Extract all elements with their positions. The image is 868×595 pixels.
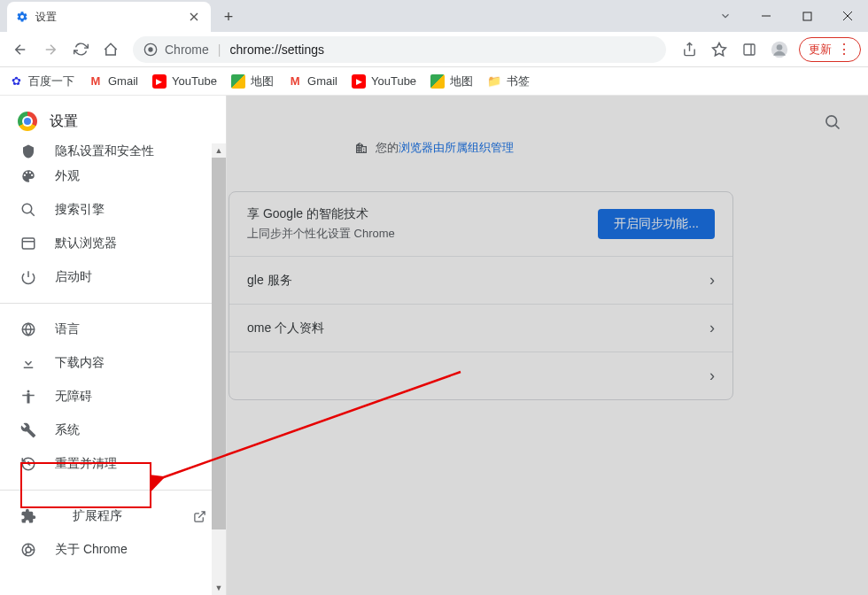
svg-point-2	[148, 47, 152, 51]
close-window-button[interactable]	[827, 3, 868, 29]
gmail-icon: M	[288, 74, 302, 89]
scrollbar-thumb[interactable]	[212, 158, 226, 529]
gear-icon	[16, 11, 28, 23]
bookmark-item[interactable]: ✿百度一下	[9, 73, 74, 89]
sidebar-item-system[interactable]: 系统	[0, 413, 226, 447]
scroll-up-arrow[interactable]: ▲	[212, 143, 226, 158]
update-button[interactable]: 更新 ⋮	[799, 37, 861, 62]
toolbar: Chrome | chrome://settings 更新 ⋮	[0, 32, 868, 67]
accessibility-icon	[19, 389, 37, 405]
sidebar-item-privacy[interactable]: 隐私设置和安全性	[0, 143, 226, 159]
search-settings-icon[interactable]	[824, 113, 841, 131]
bookmark-item[interactable]: MGmail	[288, 74, 337, 89]
forward-button[interactable]	[37, 36, 64, 63]
power-icon	[19, 269, 37, 285]
sidebar-item-about[interactable]: 关于 Chrome	[0, 533, 226, 567]
sidebar-item-default-browser[interactable]: 默认浏览器	[0, 227, 226, 260]
sidebar-item-reset[interactable]: 重置并清理	[0, 447, 226, 481]
svg-point-6	[777, 44, 783, 50]
sidebar-item-appearance[interactable]: 外观	[0, 159, 226, 193]
bookmarks-bar: ✿百度一下 MGmail ▶YouTube 地图 MGmail ▶YouTube…	[0, 67, 868, 96]
youtube-icon: ▶	[352, 74, 366, 89]
youtube-icon: ▶	[152, 74, 167, 89]
window-titlebar: 设置 +	[0, 0, 868, 32]
chrome-logo-icon	[18, 112, 37, 131]
reload-button[interactable]	[67, 36, 94, 63]
extension-icon	[19, 508, 37, 524]
maximize-button[interactable]	[787, 3, 827, 29]
scroll-down-arrow[interactable]: ▼	[212, 581, 226, 595]
search-icon	[19, 202, 37, 218]
sidebar-item-search[interactable]: 搜索引擎	[0, 193, 226, 227]
sidebar-header: 设置	[0, 96, 226, 143]
sidebar-divider	[0, 303, 226, 304]
profile-avatar-icon[interactable]	[765, 35, 794, 64]
bookmark-item[interactable]: 📁书签	[487, 73, 530, 89]
bookmark-item[interactable]: ▶YouTube	[352, 74, 416, 89]
maps-icon	[430, 74, 445, 89]
folder-icon: 📁	[487, 74, 501, 89]
tab-title: 设置	[35, 10, 57, 25]
shield-icon	[19, 143, 37, 159]
chrome-outline-icon	[19, 542, 37, 558]
sidebar-divider	[0, 490, 226, 491]
bookmark-item[interactable]: MGmail	[89, 74, 138, 89]
bookmark-item[interactable]: ▶YouTube	[152, 74, 217, 89]
baidu-icon: ✿	[9, 74, 23, 89]
download-icon	[19, 355, 37, 371]
svg-point-11	[27, 390, 30, 393]
side-panel-icon[interactable]	[735, 35, 763, 64]
close-icon[interactable]	[186, 11, 202, 23]
tab-search-button[interactable]	[705, 3, 746, 29]
svg-point-7	[826, 116, 837, 127]
chrome-icon	[143, 42, 158, 57]
restore-icon	[19, 456, 37, 472]
bookmark-item[interactable]: 地图	[430, 73, 473, 89]
sidebar-item-downloads[interactable]: 下载内容	[0, 346, 226, 380]
share-icon[interactable]	[675, 35, 703, 64]
bookmark-star-icon[interactable]	[705, 35, 733, 64]
sidebar-item-extensions[interactable]: 扩展程序	[0, 499, 226, 533]
url-text: chrome://settings	[229, 42, 324, 57]
settings-sidebar: 设置 ▲ ▼ 隐私设置和安全性 外观 搜索引擎 默认浏览器 启动时 语言	[0, 96, 227, 595]
maps-icon	[231, 74, 245, 89]
url-scheme: Chrome	[165, 42, 209, 57]
sidebar-list[interactable]: ▲ ▼ 隐私设置和安全性 外观 搜索引擎 默认浏览器 启动时 语言	[0, 143, 226, 595]
palette-icon	[19, 168, 37, 184]
window-controls	[705, 0, 868, 32]
sidebar-item-accessibility[interactable]: 无障碍	[0, 380, 226, 413]
svg-rect-0	[803, 12, 811, 20]
browser-tab[interactable]: 设置	[7, 2, 211, 32]
address-bar[interactable]: Chrome | chrome://settings	[133, 36, 666, 63]
bookmark-item[interactable]: 地图	[231, 73, 274, 89]
gmail-icon: M	[89, 74, 103, 89]
svg-rect-3	[744, 44, 755, 55]
browser-icon	[19, 236, 37, 251]
wrench-icon	[19, 422, 37, 438]
svg-rect-9	[22, 238, 35, 249]
new-tab-button[interactable]: +	[216, 4, 241, 29]
sidebar-item-startup[interactable]: 启动时	[0, 260, 226, 294]
back-button[interactable]	[7, 36, 34, 63]
sidebar-item-languages[interactable]: 语言	[0, 313, 226, 346]
home-button[interactable]	[97, 36, 124, 63]
minimize-button[interactable]	[746, 3, 787, 29]
menu-dots-icon: ⋮	[837, 42, 851, 57]
svg-point-8	[22, 204, 32, 213]
external-link-icon	[193, 510, 206, 523]
globe-icon	[19, 321, 37, 337]
